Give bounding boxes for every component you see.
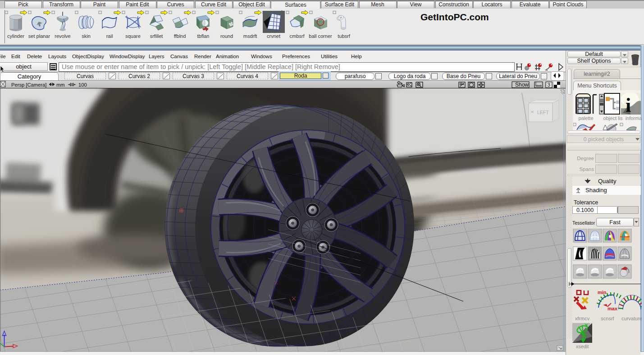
svg-text:100: 100 xyxy=(78,82,87,88)
svg-text:max: max xyxy=(607,306,618,311)
svg-text:LEFT: LEFT xyxy=(537,110,549,115)
svg-text:Show: Show xyxy=(515,82,529,88)
svg-text:i: i xyxy=(626,94,631,115)
svg-text:Persp [Camera]: Persp [Camera] xyxy=(11,82,46,88)
svg-text:mm: mm xyxy=(56,82,65,88)
svg-text:3: 3 xyxy=(548,82,550,88)
svg-text:min: min xyxy=(598,290,607,295)
